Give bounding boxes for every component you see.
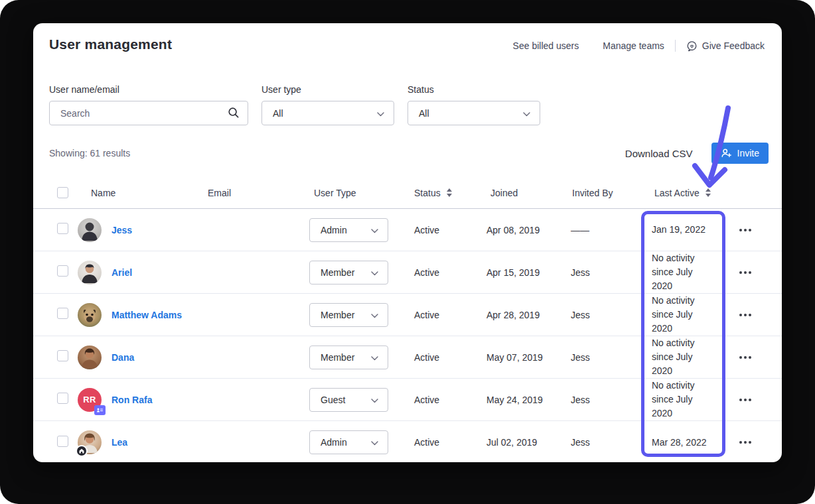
status-filter-select[interactable]: All <box>408 101 540 125</box>
user-management-panel: User management See billed users Manage … <box>33 23 782 462</box>
row-menu-icon[interactable] <box>738 395 753 405</box>
row-menu-icon[interactable] <box>738 437 753 448</box>
last-active-cell: No activity since July 2020 <box>636 251 725 293</box>
user-name-link[interactable]: Dana <box>111 352 134 363</box>
col-header-email[interactable]: Email <box>203 188 309 198</box>
invited-by-cell: Jess <box>563 437 636 448</box>
user-type-select[interactable]: Admin <box>309 218 388 242</box>
row-checkbox[interactable] <box>57 265 68 277</box>
status-label: Status <box>408 84 540 95</box>
avatar[interactable] <box>78 430 102 454</box>
page-title: User management <box>49 34 172 52</box>
col-header-name[interactable]: Name <box>78 188 203 198</box>
user-type-value: Member <box>321 267 354 278</box>
user-type-value: Member <box>321 310 354 320</box>
table-header: Name Email User Type Status Joined Invit… <box>33 177 782 209</box>
status-filter-value: All <box>419 108 429 119</box>
user-type-value: Guest <box>321 395 345 405</box>
table-row: Dana Member Active May 07, 2019 Jess No … <box>33 336 782 379</box>
top-bar: User management See billed users Manage … <box>33 23 782 52</box>
chevron-down-icon <box>377 108 384 119</box>
invited-by-cell: Jess <box>563 352 636 363</box>
results-count: Showing: 61 results <box>49 148 130 158</box>
row-menu-icon[interactable] <box>738 225 753 235</box>
user-name-link[interactable]: Matthew Adams <box>111 310 182 320</box>
invited-by-cell: —— <box>563 225 636 235</box>
top-nav: See billed users Manage teams Give Feedb… <box>513 40 765 52</box>
sort-status-icon[interactable] <box>447 188 452 197</box>
user-name-link[interactable]: Jess <box>111 225 132 235</box>
row-menu-icon[interactable] <box>738 267 753 278</box>
chevron-down-icon <box>371 225 378 235</box>
user-type-value: Admin <box>321 437 347 448</box>
user-type-select[interactable]: Member <box>309 303 388 327</box>
download-csv-link[interactable]: Download CSV <box>625 148 693 159</box>
select-all-checkbox[interactable] <box>57 187 68 198</box>
chevron-down-icon <box>371 267 378 278</box>
table-row: RR Ron Rafa Guest Active May 24, 2019 Je… <box>33 379 782 421</box>
filter-status: Status All <box>408 84 540 125</box>
see-billed-users-link[interactable]: See billed users <box>513 40 579 51</box>
row-checkbox[interactable] <box>57 393 68 404</box>
user-name-link[interactable]: Lea <box>111 437 127 448</box>
row-checkbox[interactable] <box>57 436 68 447</box>
table-row: Lea Admin Active Jul 02, 2019 Jess Mar 2… <box>33 421 782 462</box>
last-active-cell: Jan 19, 2022 <box>636 223 725 237</box>
last-active-cell: No activity since July 2020 <box>636 336 725 378</box>
user-name-email-label: User name/email <box>49 84 248 95</box>
sort-last-active-icon[interactable] <box>705 188 711 197</box>
chevron-down-icon <box>523 108 530 119</box>
col-header-last-active[interactable]: Last Active <box>636 188 725 198</box>
user-name-link[interactable]: Ariel <box>111 267 132 278</box>
filters-bar: User name/email User type All <box>33 84 782 125</box>
screenshot-canvas: User management See billed users Manage … <box>0 0 815 504</box>
col-header-user-type[interactable]: User Type <box>309 188 409 198</box>
avatar[interactable]: RR <box>78 388 102 412</box>
joined-cell: May 07, 2019 <box>481 352 563 363</box>
avatar[interactable] <box>78 346 102 369</box>
user-type-select[interactable]: Admin <box>309 430 388 454</box>
table-row: Jess Admin Active Apr 08, 2019 —— Jan 19… <box>33 209 782 251</box>
col-header-invited-by[interactable]: Invited By <box>563 188 636 198</box>
search-input[interactable] <box>49 101 248 125</box>
invited-by-cell: Jess <box>563 395 636 405</box>
last-active-cell: No activity since July 2020 <box>636 294 725 336</box>
col-header-status[interactable]: Status <box>409 188 481 198</box>
avatar-initials: RR <box>83 395 96 405</box>
row-checkbox[interactable] <box>57 308 68 319</box>
row-checkbox[interactable] <box>57 350 68 361</box>
search-icon <box>227 106 240 122</box>
row-checkbox[interactable] <box>57 223 68 234</box>
feedback-bubble-heart-icon <box>686 40 698 52</box>
manage-teams-link[interactable]: Manage teams <box>603 40 664 51</box>
status-cell: Active <box>409 352 481 363</box>
chevron-down-icon <box>371 310 378 320</box>
chevron-down-icon <box>371 352 378 363</box>
divider <box>675 40 676 52</box>
col-header-joined[interactable]: Joined <box>481 188 563 198</box>
joined-cell: May 24, 2019 <box>481 395 563 405</box>
invite-button-label: Invite <box>737 148 759 158</box>
user-type-select[interactable]: Guest <box>309 388 388 412</box>
user-type-select[interactable]: Member <box>309 346 388 369</box>
user-type-filter-value: All <box>273 108 283 119</box>
home-badge-icon <box>76 445 88 457</box>
avatar[interactable] <box>78 303 102 327</box>
user-name-link[interactable]: Ron Rafa <box>111 395 152 405</box>
avatar[interactable] <box>78 218 102 242</box>
user-type-filter-select[interactable]: All <box>261 101 394 125</box>
avatar[interactable] <box>78 261 102 284</box>
chevron-down-icon <box>371 395 378 405</box>
row-menu-icon[interactable] <box>738 310 753 320</box>
row-menu-icon[interactable] <box>738 352 753 363</box>
status-cell: Active <box>409 310 481 320</box>
invite-person-add-icon <box>721 148 732 158</box>
invite-button[interactable]: Invite <box>711 143 769 164</box>
invited-by-cell: Jess <box>563 310 636 320</box>
table-row: Matthew Adams Member Active Apr 28, 2019… <box>33 294 782 336</box>
give-feedback-link[interactable]: Give Feedback <box>686 40 765 52</box>
user-type-select[interactable]: Member <box>309 261 388 284</box>
status-cell: Active <box>409 395 481 405</box>
status-cell: Active <box>409 225 481 235</box>
status-cell: Active <box>409 267 481 278</box>
